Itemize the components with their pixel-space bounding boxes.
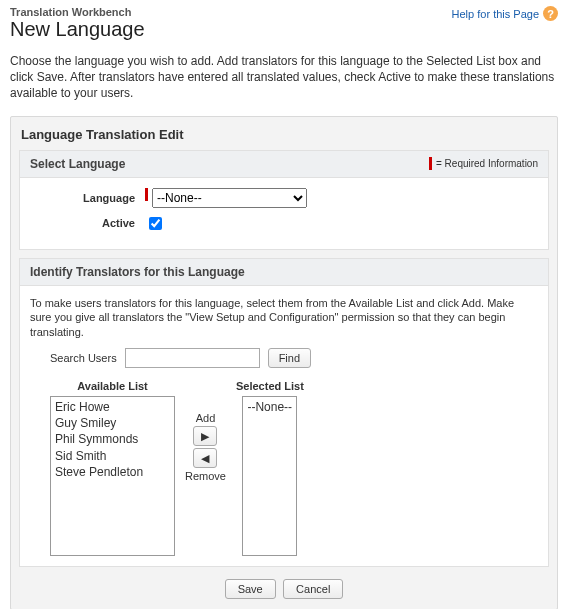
list-item[interactable]: Phil Symmonds <box>55 431 170 447</box>
select-language-header: Select Language <box>30 157 125 171</box>
remove-button[interactable]: ◀ <box>193 448 217 468</box>
add-label: Add <box>196 412 216 424</box>
required-bar-icon <box>145 188 148 201</box>
intro-text: Choose the language you wish to add. Add… <box>10 53 558 102</box>
required-info-label: = Required Information <box>436 158 538 169</box>
add-button[interactable]: ▶ <box>193 426 217 446</box>
help-link[interactable]: Help for this Page ? <box>452 6 558 21</box>
selected-list[interactable]: --None-- <box>242 396 297 556</box>
find-button[interactable]: Find <box>268 348 311 368</box>
translators-header: Identify Translators for this Language <box>30 265 245 279</box>
active-checkbox[interactable] <box>149 217 162 230</box>
help-icon: ? <box>543 6 558 21</box>
remove-label: Remove <box>185 470 226 482</box>
available-list-title: Available List <box>77 380 148 392</box>
search-users-input[interactable] <box>125 348 260 368</box>
list-item[interactable]: --None-- <box>247 399 292 415</box>
breadcrumb: Translation Workbench <box>10 6 145 18</box>
list-item[interactable]: Steve Pendleton <box>55 464 170 480</box>
active-label: Active <box>30 217 145 229</box>
required-bar-icon <box>429 157 432 170</box>
language-select[interactable]: --None-- <box>152 188 307 208</box>
translators-section: Identify Translators for this Language T… <box>19 258 549 568</box>
page-title: New Language <box>10 18 145 41</box>
edit-panel: Language Translation Edit Select Languag… <box>10 116 558 609</box>
language-label: Language <box>30 192 145 204</box>
cancel-button[interactable]: Cancel <box>283 579 343 599</box>
search-users-label: Search Users <box>50 352 117 364</box>
list-item[interactable]: Guy Smiley <box>55 415 170 431</box>
available-list[interactable]: Eric HoweGuy SmileyPhil SymmondsSid Smit… <box>50 396 175 556</box>
translators-desc: To make users translators for this langu… <box>30 296 538 341</box>
panel-title: Language Translation Edit <box>11 117 557 150</box>
arrow-left-icon: ◀ <box>201 452 209 465</box>
required-info: = Required Information <box>429 157 538 170</box>
help-link-label: Help for this Page <box>452 8 539 20</box>
save-button[interactable]: Save <box>225 579 276 599</box>
list-item[interactable]: Sid Smith <box>55 448 170 464</box>
arrow-right-icon: ▶ <box>201 430 209 443</box>
selected-list-title: Selected List <box>236 380 304 392</box>
list-item[interactable]: Eric Howe <box>55 399 170 415</box>
select-language-section: Select Language = Required Information L… <box>19 150 549 250</box>
